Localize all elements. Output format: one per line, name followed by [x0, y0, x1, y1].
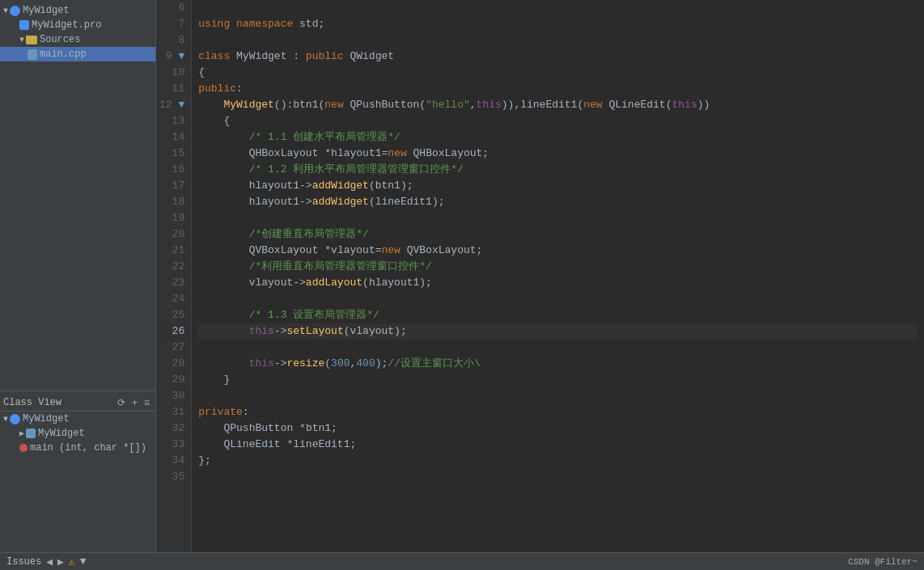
code-line-18[interactable]: hlayout1->addWidget(lineEdit1); — [198, 194, 918, 210]
token: , — [470, 99, 477, 111]
line-numbers: 6789 ▼101112 ▼13141516171819202122232425… — [156, 0, 192, 552]
token — [198, 277, 248, 289]
code-line-32[interactable]: QPushButton *btn1; — [198, 420, 918, 437]
code-line-13[interactable]: { — [198, 113, 918, 129]
warning-icon: ⚠ — [69, 555, 75, 568]
token: std; — [299, 18, 324, 30]
classview-item-mywidget-class[interactable]: MyWidget — [0, 426, 155, 441]
token: addLayout — [306, 277, 362, 289]
classview-menu-button[interactable]: ≡ — [142, 396, 152, 409]
token: ( — [369, 179, 375, 192]
arrow-left-icon[interactable]: ◀ — [46, 555, 53, 568]
token: QWidget — [350, 50, 394, 62]
code-area[interactable]: using namespace std; class MyWidget : pu… — [192, 0, 924, 552]
code-line-34[interactable]: }; — [198, 453, 918, 469]
line-number-10: 10 — [159, 65, 184, 81]
sidebar: MyWidget MyWidget.pro Sources — [0, 0, 156, 552]
token: btn1 — [306, 422, 331, 434]
token: this — [249, 357, 274, 369]
classview-item-main[interactable]: main (int, char *[]) — [0, 441, 155, 455]
code-line-15[interactable]: QHBoxLayout *hlayout1=new QHBoxLayout; — [198, 146, 918, 162]
code-line-12[interactable]: MyWidget():btn1(new QPushButton("hello",… — [198, 97, 918, 113]
line-number-9: 9 ▼ — [159, 49, 184, 65]
classview-panel: Class View ⟳ + ≡ MyWidget MyWidget — [0, 391, 155, 552]
code-line-27[interactable] — [198, 340, 918, 356]
token: : — [236, 82, 243, 95]
line-number-30: 30 — [159, 388, 184, 404]
code-line-31[interactable]: private: — [198, 404, 918, 420]
token: QVBoxLayout — [249, 244, 319, 256]
code-line-16[interactable]: /* 1.2 利用水平布局管理器管理窗口控件*/ — [198, 162, 918, 178]
line-number-6: 6 — [159, 0, 184, 16]
token: QLineEdit — [608, 99, 665, 111]
sidebar-item-mywidget-root[interactable]: MyWidget — [0, 3, 155, 18]
code-line-11[interactable]: public: — [198, 81, 918, 97]
token: private — [198, 406, 243, 418]
token: * — [293, 422, 306, 434]
line-number-7: 7 — [159, 16, 184, 32]
token: lineEdit1 — [293, 438, 350, 450]
code-line-17[interactable]: hlayout1->addWidget(btn1); — [198, 178, 918, 194]
line-number-33: 33 — [159, 437, 184, 453]
token: /* 1.3 设置布局管理器*/ — [198, 309, 379, 321]
token: ); — [401, 179, 413, 192]
fold-marker-9[interactable]: ▼ — [178, 50, 184, 62]
token: ; — [350, 438, 356, 450]
token: addWidget — [312, 179, 369, 192]
sidebar-item-main-cpp[interactable]: main.cpp — [0, 47, 155, 61]
arrow-right-icon[interactable]: ▶ — [57, 555, 64, 568]
code-line-8[interactable] — [198, 32, 918, 49]
cv-class-icon — [26, 429, 36, 438]
code-line-33[interactable]: QLineEdit *lineEdit1; — [198, 437, 918, 453]
code-line-35[interactable] — [198, 469, 918, 485]
sidebar-item-sources[interactable]: Sources — [0, 32, 155, 47]
code-line-22[interactable]: /*利用垂直布局管理器管理窗口控件*/ — [198, 259, 918, 275]
cv-arrow-class — [19, 429, 24, 438]
code-editor: 6789 ▼101112 ▼13141516171819202122232425… — [156, 0, 924, 552]
token — [198, 325, 248, 337]
code-line-28[interactable]: this->resize(300,400);//设置主窗口大小\ — [198, 356, 918, 372]
filter-icon[interactable]: ▼ — [80, 555, 87, 568]
code-line-21[interactable]: QVBoxLayout *vlayout=new QVBoxLayout; — [198, 243, 918, 259]
code-line-6[interactable] — [198, 0, 918, 16]
fold-marker-12[interactable]: ▼ — [178, 99, 184, 111]
sources-folder-icon — [26, 36, 37, 44]
editor-content[interactable]: 6789 ▼101112 ▼13141516171819202122232425… — [156, 0, 924, 552]
code-line-24[interactable] — [198, 291, 918, 307]
token: /*利用垂直布局管理器管理窗口控件*/ — [198, 260, 432, 272]
token — [198, 196, 248, 208]
code-line-10[interactable]: { — [198, 65, 918, 81]
token: QPushButton — [350, 99, 420, 111]
token: ( — [344, 325, 350, 337]
code-line-23[interactable]: vlayout->addLayout(hlayout1); — [198, 275, 918, 291]
code-line-9[interactable]: class MyWidget : public QWidget — [198, 49, 918, 65]
code-line-26[interactable]: this->setLayout(vlayout); — [198, 323, 918, 340]
classview-sync-button[interactable]: ⟳ — [115, 396, 128, 409]
code-line-20[interactable]: /*创建垂直布局管理器*/ — [198, 226, 918, 243]
code-line-25[interactable]: /* 1.3 设置布局管理器*/ — [198, 307, 918, 323]
token: { — [198, 66, 205, 78]
token: /*创建垂直布局管理器*/ — [198, 228, 369, 240]
code-line-30[interactable] — [198, 388, 918, 404]
classview-add-button[interactable]: + — [129, 396, 140, 409]
token: * — [281, 438, 294, 450]
sidebar-item-mywidget-pro[interactable]: MyWidget.pro — [0, 18, 155, 32]
token: * — [318, 147, 331, 159]
code-line-14[interactable]: /* 1.1 创建水平布局管理器*/ — [198, 129, 918, 146]
token: : — [243, 406, 249, 418]
code-line-19[interactable] — [198, 210, 918, 226]
line-number-14: 14 — [159, 129, 184, 146]
code-line-7[interactable]: using namespace std; — [198, 16, 918, 32]
watermark: CSDN @Filter~ — [848, 557, 918, 567]
arrow-sources — [19, 36, 24, 44]
code-line-29[interactable]: } — [198, 372, 918, 388]
token: /* 1.2 利用水平布局管理器管理窗口控件*/ — [198, 163, 464, 175]
token: public — [198, 82, 236, 95]
token: MyWidget — [223, 99, 273, 111]
token: ( — [419, 99, 426, 111]
token: vlayout — [350, 325, 395, 337]
line-number-20: 20 — [159, 226, 184, 243]
classview-item-mywidget[interactable]: MyWidget — [0, 412, 155, 426]
token: public — [306, 50, 350, 62]
cv-arrow-mywidget — [3, 415, 8, 424]
